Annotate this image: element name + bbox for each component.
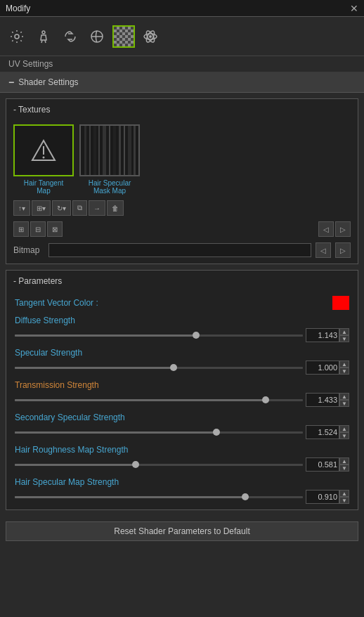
secondary-specular-spinners: ▲ ▼: [339, 425, 349, 439]
uv-settings-bar[interactable]: UV Settings: [0, 56, 364, 72]
tangent-vector-color-label: Tangent Vector Color :: [15, 298, 98, 308]
bitmap-nav-back[interactable]: ◁: [316, 242, 331, 258]
svg-rect-22: [134, 126, 136, 175]
shaping-icon[interactable]: [86, 25, 108, 48]
toolbar: [0, 17, 364, 56]
bitmap-row: Bitmap ◁ ▷: [9, 240, 355, 261]
fit-button[interactable]: ⊠: [47, 221, 63, 237]
nav1-button[interactable]: ◁: [318, 221, 334, 237]
texture-label-hair-specular: Hair SpecularMask Map: [89, 179, 131, 195]
view-button[interactable]: ⊞▾: [32, 200, 51, 216]
settings-icon[interactable]: [6, 25, 28, 48]
morph-icon[interactable]: [59, 25, 82, 48]
hair-specular-map-down[interactable]: ▼: [339, 497, 349, 504]
hair-specular-map-up[interactable]: ▲: [339, 490, 349, 497]
uv-settings-label: UV Settings: [8, 59, 53, 69]
hair-roughness-label: Hair Roughness Map Strength: [15, 445, 349, 455]
hair-roughness-spinners: ▲ ▼: [339, 457, 349, 472]
secondary-specular-down[interactable]: ▼: [339, 432, 349, 439]
transmission-strength-down[interactable]: ▼: [339, 400, 349, 407]
hair-roughness-value-group: ▲ ▼: [306, 457, 349, 472]
svg-rect-14: [93, 126, 96, 175]
transmission-strength-up[interactable]: ▲: [339, 393, 349, 400]
expand-button[interactable]: ⊟: [30, 221, 46, 237]
transmission-strength-value-group: ▲ ▼: [306, 393, 349, 407]
texture-item-hair-specular: Hair SpecularMask Map: [79, 124, 140, 195]
diffuse-strength-slider[interactable]: [15, 330, 303, 341]
transmission-strength-input[interactable]: [306, 393, 339, 407]
hair-specular-map-input[interactable]: [306, 490, 339, 504]
shader-settings-title: Shader Settings: [18, 77, 78, 87]
transmission-strength-spinners: ▲ ▼: [339, 393, 349, 407]
hair-roughness-up[interactable]: ▲: [339, 457, 349, 465]
hair-roughness-down[interactable]: ▼: [339, 465, 349, 472]
copy-button[interactable]: ⧉: [72, 200, 87, 216]
specular-strength-label: Specular Strength: [15, 348, 349, 358]
texture-controls-row2: ⊞ ⊟ ⊠ ◁ ▷: [9, 219, 355, 240]
apply-button[interactable]: →: [89, 200, 105, 216]
nav2-button[interactable]: ▷: [335, 221, 351, 237]
hair-specular-map-value-group: ▲ ▼: [306, 490, 349, 504]
atom-icon[interactable]: [139, 25, 162, 48]
svg-rect-20: [124, 126, 125, 175]
grid-button[interactable]: ⊞: [13, 221, 29, 237]
texture-label-hair-tangent: Hair TangentMap: [24, 179, 64, 195]
rotate-button[interactable]: ↻▾: [52, 200, 71, 216]
texture-item-hair-tangent: Hair TangentMap: [13, 124, 74, 195]
texture-thumb-hair-tangent[interactable]: [13, 124, 74, 176]
transmission-strength-label: Transmission Strength: [15, 380, 349, 390]
diffuse-strength-down[interactable]: ▼: [339, 335, 349, 342]
bitmap-nav-forward[interactable]: ▷: [335, 242, 351, 258]
diffuse-strength-up[interactable]: ▲: [339, 328, 349, 335]
delete-button[interactable]: 🗑: [107, 200, 124, 216]
secondary-specular-up[interactable]: ▲: [339, 425, 349, 432]
window-title: Modify: [6, 4, 30, 13]
specular-strength-slider[interactable]: [15, 362, 303, 373]
tangent-vector-color-swatch[interactable]: [332, 296, 349, 310]
svg-rect-15: [98, 126, 100, 175]
svg-rect-21: [128, 126, 131, 175]
specular-strength-slider-row: ▲ ▼: [9, 361, 355, 377]
specular-strength-input[interactable]: [306, 361, 339, 375]
secondary-specular-row: Secondary Specular Strength: [9, 410, 355, 425]
bitmap-label: Bitmap: [13, 245, 44, 255]
svg-point-7: [149, 35, 152, 38]
close-button[interactable]: ✕: [350, 3, 358, 14]
surface-icon[interactable]: [112, 25, 135, 48]
svg-rect-13: [89, 126, 91, 175]
figure-icon[interactable]: [32, 25, 55, 48]
tangent-vector-color-row: Tangent Vector Color :: [9, 293, 355, 313]
specular-strength-down[interactable]: ▼: [339, 368, 349, 375]
svg-rect-17: [109, 126, 110, 175]
hair-specular-map-slider[interactable]: [15, 491, 303, 502]
diffuse-strength-slider-row: ▲ ▼: [9, 328, 355, 345]
title-bar: Modify ✕: [0, 0, 364, 17]
diffuse-strength-row: Diffuse Strength: [9, 313, 355, 328]
secondary-specular-slider[interactable]: [15, 427, 303, 438]
shader-settings-collapse[interactable]: −: [8, 77, 14, 88]
texture-controls-row1: ↑▾ ⊞▾ ↻▾ ⧉ → 🗑: [9, 197, 355, 219]
texture-thumb-hair-specular[interactable]: [79, 124, 140, 176]
shader-settings-header[interactable]: − Shader Settings: [0, 72, 364, 93]
svg-point-0: [15, 34, 19, 39]
specular-strength-up[interactable]: ▲: [339, 361, 349, 368]
secondary-specular-label: Secondary Specular Strength: [15, 413, 349, 422]
transmission-strength-row: Transmission Strength: [9, 377, 355, 393]
textures-section: - Textures Hair TangentMap: [6, 98, 358, 264]
reset-shader-button[interactable]: Reset Shader Parameters to Default: [6, 521, 358, 541]
diffuse-strength-input[interactable]: [306, 328, 339, 342]
transmission-strength-slider[interactable]: [15, 394, 303, 405]
hair-roughness-input[interactable]: [306, 457, 339, 472]
hair-specular-map-label: Hair Specular Map Strength: [15, 477, 349, 487]
bitmap-input[interactable]: [48, 243, 311, 257]
textures-header: - Textures: [9, 102, 355, 117]
texture-grid: Hair TangentMap: [9, 122, 355, 197]
hair-roughness-slider[interactable]: [15, 459, 303, 470]
diffuse-strength-label: Diffuse Strength: [15, 316, 349, 325]
svg-point-10: [43, 157, 45, 159]
transmission-strength-slider-row: ▲ ▼: [9, 393, 355, 410]
secondary-specular-slider-row: ▲ ▼: [9, 425, 355, 442]
secondary-specular-input[interactable]: [306, 425, 339, 439]
import-button[interactable]: ↑▾: [13, 200, 30, 216]
hair-roughness-slider-row: ▲ ▼: [9, 457, 355, 474]
